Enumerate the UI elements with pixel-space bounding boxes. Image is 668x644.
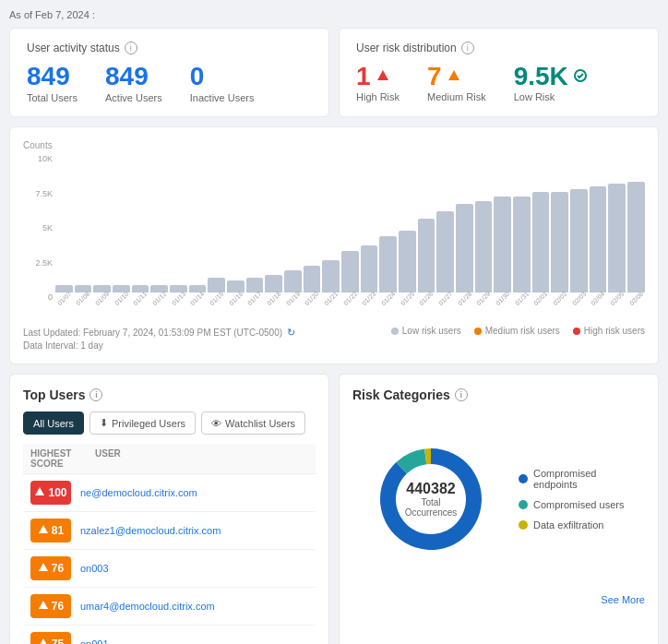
bar-label: 01/21 bbox=[323, 291, 339, 306]
donut-dot bbox=[519, 500, 528, 509]
bar bbox=[265, 275, 282, 292]
bar bbox=[532, 192, 550, 292]
risk-stat: 1High Risk bbox=[356, 64, 400, 102]
user-email[interactable]: on003 bbox=[80, 563, 308, 574]
legend-dot bbox=[474, 328, 482, 335]
bar bbox=[590, 186, 607, 292]
refresh-icon[interactable]: ↻ bbox=[285, 326, 298, 339]
bar-group: 01/11 bbox=[132, 154, 149, 302]
risk-stat: 7Medium Risk bbox=[427, 64, 486, 102]
bar bbox=[608, 184, 626, 292]
bar-label: 01/08 bbox=[75, 291, 90, 306]
bar-group: 02/05 bbox=[608, 154, 626, 302]
score-value: 75 bbox=[52, 638, 64, 644]
tab[interactable]: All Users bbox=[23, 411, 84, 435]
stat-value: 0 bbox=[190, 64, 255, 89]
legend-item: Low risk users bbox=[391, 326, 461, 336]
tab[interactable]: 👁Watchlist Users bbox=[201, 411, 305, 435]
bar-label: 01/31 bbox=[514, 291, 530, 306]
bar-label: 02/01 bbox=[532, 291, 548, 306]
bar bbox=[494, 197, 511, 292]
donut-legend-item: Data exfiltration bbox=[519, 519, 636, 531]
score-value: 76 bbox=[52, 600, 64, 613]
table-row: 100 ne@democloud.citrix.com bbox=[23, 474, 316, 512]
bar-group: 01/23 bbox=[361, 154, 378, 302]
bar-label: 01/18 bbox=[266, 291, 281, 306]
bar-group: 02/02 bbox=[551, 154, 568, 302]
stat-value: 849 bbox=[27, 64, 78, 89]
user-email[interactable]: nzalez1@democloud.citrix.com bbox=[80, 525, 308, 536]
legend-item: High risk users bbox=[573, 326, 645, 336]
stat-label: Total Users bbox=[27, 92, 78, 103]
bar bbox=[246, 278, 264, 292]
bar-label: 02/05 bbox=[609, 291, 625, 306]
legend-dot bbox=[573, 328, 580, 335]
bar-label: 01/09 bbox=[94, 291, 110, 306]
bar-label: 01/13 bbox=[171, 291, 186, 306]
risk-categories-info-icon[interactable]: i bbox=[455, 388, 468, 401]
bar-label: 01/25 bbox=[400, 291, 415, 306]
table-header: HIGHEST SCORE USER bbox=[23, 444, 316, 474]
bar-label: 02/04 bbox=[590, 291, 605, 306]
y-tick: 0 bbox=[23, 292, 53, 302]
bar-group: 01/25 bbox=[399, 154, 416, 302]
total-value: 440382 bbox=[397, 481, 466, 497]
tab-bar: All Users⬇Privileged Users👁Watchlist Use… bbox=[23, 411, 316, 435]
score-badge: 81 bbox=[30, 519, 71, 543]
score-value: 100 bbox=[48, 486, 66, 499]
bar-label: 01/16 bbox=[228, 291, 244, 306]
bar-label: 01/29 bbox=[475, 291, 491, 306]
bar-label: 01/20 bbox=[304, 291, 319, 306]
y-tick: 10K bbox=[23, 154, 53, 163]
bar-label: 01/14 bbox=[189, 291, 205, 306]
risk-card: User risk distribution i 1High Risk7Medi… bbox=[339, 28, 659, 117]
tab[interactable]: ⬇Privileged Users bbox=[89, 411, 196, 435]
bar-label: 01/11 bbox=[132, 291, 148, 306]
bar-group: 01/10 bbox=[113, 154, 130, 302]
risk-icon bbox=[573, 68, 588, 86]
risk-categories-see-more[interactable]: See More bbox=[352, 587, 645, 605]
table-row: 76 umar4@democloud.citrix.com bbox=[23, 588, 316, 626]
activity-title: User activity status bbox=[27, 42, 120, 54]
bar-label: 01/30 bbox=[495, 291, 510, 306]
watchlist-icon: 👁 bbox=[211, 418, 221, 429]
score-badge: 76 bbox=[30, 594, 71, 618]
total-label: Total Occurrences bbox=[397, 497, 466, 518]
bars-container: 01/0701/0801/0901/1001/1101/1201/1301/14… bbox=[55, 154, 645, 320]
score-badge: 76 bbox=[30, 556, 71, 580]
bar-label: 02/02 bbox=[552, 291, 567, 306]
bar bbox=[551, 192, 568, 292]
legend-label: Low risk users bbox=[402, 326, 461, 336]
tab-label: Watchlist Users bbox=[225, 418, 295, 429]
legend-dot bbox=[391, 328, 399, 335]
bar-group: 01/31 bbox=[513, 154, 531, 302]
table-row: 81 nzalez1@democloud.citrix.com bbox=[23, 512, 316, 550]
user-email[interactable]: ne@democloud.citrix.com bbox=[80, 487, 308, 498]
donut-legend-label: Compromised endpoints bbox=[533, 468, 636, 490]
bar bbox=[132, 285, 149, 292]
y-tick: 5K bbox=[23, 223, 53, 233]
legend-label: Medium risk users bbox=[485, 326, 560, 336]
bar-label: 01/28 bbox=[457, 291, 472, 306]
donut-container: 440382 Total Occurrences Compromised end… bbox=[352, 411, 645, 587]
bar bbox=[93, 285, 111, 292]
bar bbox=[379, 236, 397, 292]
legend-item: Medium risk users bbox=[474, 326, 560, 336]
donut-legend-label: Data exfiltration bbox=[533, 519, 603, 531]
risk-stats: 1High Risk7Medium Risk9.5KLow Risk bbox=[356, 64, 641, 102]
risk-info-icon[interactable]: i bbox=[461, 42, 474, 54]
date-line: As of Feb 7, 2024 : bbox=[9, 9, 659, 20]
bar bbox=[399, 231, 416, 292]
donut-center: 440382 Total Occurrences bbox=[397, 481, 466, 518]
bar-group: 01/09 bbox=[93, 154, 111, 302]
top-users-info-icon[interactable]: i bbox=[89, 388, 102, 401]
bar-label: 02/06 bbox=[628, 291, 644, 306]
badge-icon bbox=[38, 638, 49, 645]
user-email[interactable]: umar4@democloud.citrix.com bbox=[80, 601, 308, 612]
bar-label: 01/17 bbox=[246, 291, 262, 306]
tab-label: Privileged Users bbox=[112, 418, 185, 429]
activity-info-icon[interactable]: i bbox=[125, 42, 137, 54]
risk-label: Medium Risk bbox=[427, 91, 486, 102]
bar-label: 01/27 bbox=[437, 291, 453, 306]
user-email[interactable]: on001 bbox=[80, 638, 308, 644]
